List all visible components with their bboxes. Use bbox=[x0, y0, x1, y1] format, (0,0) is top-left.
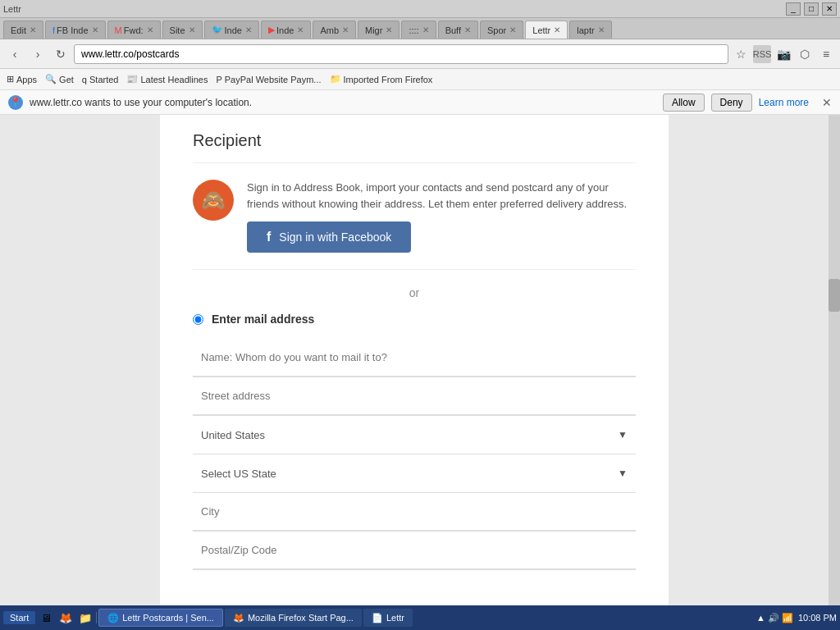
deny-button[interactable]: Deny bbox=[711, 94, 752, 112]
bookmark-star-icon[interactable]: ☆ bbox=[732, 45, 750, 63]
camera-icon[interactable]: 📷 bbox=[774, 45, 792, 63]
maximize-button[interactable]: □ bbox=[804, 2, 819, 16]
tab-inde2[interactable]: ▶Inde✕ bbox=[261, 21, 311, 39]
tab-bar: Edit✕ fFB Inde✕ MFwd:✕ Site✕ 🐦Inde✕ ▶Ind… bbox=[0, 18, 840, 39]
city-input[interactable] bbox=[193, 493, 636, 531]
window-title: Lettr bbox=[3, 4, 21, 14]
tray-icons: ▲ 🔊 📶 bbox=[756, 613, 793, 623]
tab-lettr[interactable]: Lettr✕ bbox=[525, 21, 568, 39]
city-field-row bbox=[193, 493, 636, 532]
tab-edit[interactable]: Edit✕ bbox=[3, 21, 43, 39]
avatar: 🙈 bbox=[193, 180, 234, 221]
or-divider: or bbox=[193, 286, 636, 299]
zip-field-row bbox=[193, 532, 636, 570]
location-text: www.lettr.co wants to use your computer'… bbox=[30, 97, 656, 108]
name-field-row bbox=[193, 339, 636, 377]
menu-icon[interactable]: ≡ bbox=[817, 45, 835, 63]
facebook-signin-button[interactable]: f Sign in with Facebook bbox=[247, 221, 411, 253]
nav-icons: ☆ RSS 📷 ⬡ ≡ bbox=[732, 45, 835, 63]
close-button[interactable]: ✕ bbox=[822, 2, 837, 16]
facebook-btn-label: Sign in with Facebook bbox=[279, 231, 391, 244]
lastpass-icon[interactable]: ⬡ bbox=[796, 45, 814, 63]
taskbar-item-lettr-label: Lettr Postcards | Sen... bbox=[122, 613, 214, 623]
tab-dots[interactable]: ::::✕ bbox=[401, 21, 436, 39]
tab-spor[interactable]: Spor✕ bbox=[480, 21, 523, 39]
tab-fb[interactable]: fFB Inde✕ bbox=[45, 21, 106, 39]
state-select[interactable]: Select US State bbox=[193, 454, 636, 492]
taskbar-item-firefox[interactable]: 🦊 Mozilla Firefox Start Pag... bbox=[225, 609, 362, 627]
forward-button[interactable]: › bbox=[28, 44, 48, 64]
taskbar-separator bbox=[96, 612, 97, 623]
tab-buff[interactable]: Buff✕ bbox=[438, 21, 478, 39]
rss-icon[interactable]: RSS bbox=[753, 45, 771, 63]
page-content: Recipient 🙈 Sign in to Address Book, imp… bbox=[0, 115, 829, 630]
ql-folder[interactable]: 📁 bbox=[76, 609, 94, 627]
taskbar-item-lettr2-label: Lettr bbox=[386, 613, 404, 623]
enter-mail-section: Enter mail address United States ▼ bbox=[193, 313, 636, 570]
country-select-wrapper: United States ▼ bbox=[193, 416, 636, 454]
address-book-section: 🙈 Sign in to Address Book, import your c… bbox=[193, 180, 636, 270]
enter-mail-radio[interactable] bbox=[193, 314, 203, 325]
back-button[interactable]: ‹ bbox=[5, 44, 25, 64]
tab-inde1[interactable]: 🐦Inde✕ bbox=[204, 21, 259, 39]
tab-amb[interactable]: Amb✕ bbox=[313, 21, 356, 39]
name-input[interactable] bbox=[193, 339, 636, 377]
allow-button[interactable]: Allow bbox=[663, 94, 705, 112]
learn-more-link[interactable]: Learn more bbox=[759, 97, 809, 108]
taskbar-time: 10:08 PM bbox=[798, 613, 837, 623]
taskbar-item-firefox-label: Mozilla Firefox Start Pag... bbox=[248, 613, 354, 623]
address-bar[interactable] bbox=[74, 44, 728, 64]
minimize-button[interactable]: _ bbox=[786, 2, 801, 16]
address-book-text: Sign in to Address Book, import your con… bbox=[247, 180, 636, 212]
window-controls[interactable]: _ □ ✕ bbox=[786, 2, 837, 16]
bookmarks-bar: ⊞Apps 🔍Get q Started 📰Latest Headlines P… bbox=[0, 69, 840, 90]
tab-site[interactable]: Site✕ bbox=[162, 21, 203, 39]
taskbar-item-lettr2-icon: 📄 bbox=[372, 613, 383, 623]
taskbar-item-firefox-icon: 🦊 bbox=[233, 613, 244, 623]
taskbar-item-lettr2[interactable]: 📄 Lettr bbox=[363, 609, 413, 627]
tab-laptr[interactable]: laptr✕ bbox=[569, 21, 611, 39]
taskbar-item-lettr[interactable]: 🌐 Lettr Postcards | Sen... bbox=[98, 609, 223, 627]
ql-firefox[interactable]: 🦊 bbox=[57, 609, 75, 627]
recipient-card: Recipient 🙈 Sign in to Address Book, imp… bbox=[160, 115, 669, 630]
bookmark-imported[interactable]: 📁Imported From Firefox bbox=[330, 74, 433, 84]
location-bar-close-icon[interactable]: ✕ bbox=[822, 96, 832, 109]
title-bar: Lettr _ □ ✕ bbox=[0, 0, 840, 18]
ql-show-desktop[interactable]: 🖥 bbox=[37, 609, 55, 627]
enter-mail-label: Enter mail address bbox=[193, 313, 636, 326]
state-select-wrapper: Select US State ▼ bbox=[193, 454, 636, 493]
bookmark-apps[interactable]: ⊞Apps bbox=[7, 74, 37, 84]
nav-bar: ‹ › ↻ ☆ RSS 📷 ⬡ ≡ bbox=[0, 39, 840, 69]
refresh-button[interactable]: ↻ bbox=[51, 44, 71, 64]
bookmark-get[interactable]: 🔍Get bbox=[45, 74, 74, 84]
recipient-title: Recipient bbox=[193, 131, 636, 163]
bookmark-headlines[interactable]: 📰Latest Headlines bbox=[126, 74, 208, 84]
start-button[interactable]: Start bbox=[3, 611, 35, 624]
street-input[interactable] bbox=[193, 377, 636, 415]
location-bar: 📍 www.lettr.co wants to use your compute… bbox=[0, 90, 840, 115]
scrollbar[interactable] bbox=[829, 115, 840, 630]
taskbar-tray: ▲ 🔊 📶 10:08 PM bbox=[756, 613, 837, 623]
taskbar: Start 🖥 🦊 📁 🌐 Lettr Postcards | Sen... 🦊… bbox=[0, 605, 840, 630]
location-icon: 📍 bbox=[8, 95, 23, 110]
bookmark-started[interactable]: q Started bbox=[82, 75, 119, 84]
facebook-icon: f bbox=[267, 230, 271, 244]
street-field-row bbox=[193, 377, 636, 416]
zip-input[interactable] bbox=[193, 532, 636, 569]
tab-fwd[interactable]: MFwd:✕ bbox=[107, 21, 161, 39]
country-select[interactable]: United States bbox=[193, 416, 636, 454]
address-book-info: Sign in to Address Book, import your con… bbox=[247, 180, 636, 253]
quick-launch: 🖥 🦊 📁 bbox=[37, 609, 94, 627]
bookmark-paypal[interactable]: PPayPal Website Paym... bbox=[216, 75, 321, 84]
tab-migr[interactable]: Migr✕ bbox=[358, 21, 399, 39]
taskbar-item-lettr-icon: 🌐 bbox=[107, 613, 119, 623]
content-area: Recipient 🙈 Sign in to Address Book, imp… bbox=[0, 115, 840, 630]
